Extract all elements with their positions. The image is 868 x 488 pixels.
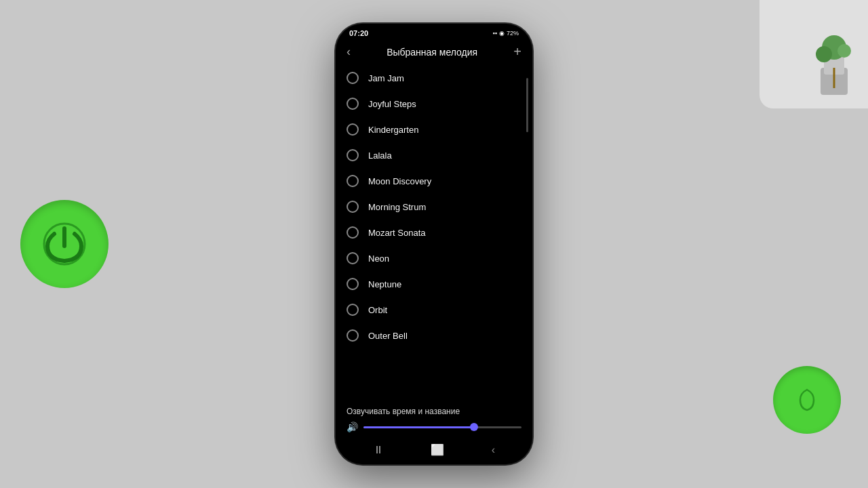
radio-circle (347, 252, 359, 264)
nav-pause-button[interactable]: ⏸ (373, 444, 384, 456)
radio-circle (347, 329, 359, 342)
ringtone-item[interactable]: Neon (336, 245, 532, 271)
screen-title: Выбранная мелодия (387, 47, 477, 58)
ringtone-name: Joyful Steps (368, 99, 416, 109)
nav-home-button[interactable]: ⬜ (431, 443, 444, 456)
status-icons: ▪▪ ◉ 72% (493, 30, 519, 37)
ringtone-item[interactable]: Jam Jam (336, 65, 532, 91)
ringtone-name: Moon Discovery (368, 176, 431, 186)
top-bar: ‹ Выбранная мелодия + (336, 40, 532, 65)
navigation-bar: ⏸ ⬜ ‹ (336, 438, 532, 464)
ringtone-item[interactable]: Joyful Steps (336, 91, 532, 117)
ringtone-item[interactable]: Orbit (336, 297, 532, 323)
radio-circle (347, 304, 359, 316)
ringtone-name: Kindergarten (368, 125, 418, 135)
svg-point-5 (816, 46, 832, 62)
ringtone-name: Lalala (368, 150, 392, 161)
back-button[interactable]: ‹ (347, 45, 351, 59)
volume-row: 🔊 (347, 422, 521, 432)
radio-circle (347, 226, 359, 239)
add-button[interactable]: + (513, 44, 521, 60)
bottom-section: Озвучивать время и название 🔊 (336, 400, 532, 438)
signal-icon: ▪▪ (493, 30, 497, 37)
phone-screen: 07:20 ▪▪ ◉ 72% ‹ Выбранная мелодия + Jam… (336, 24, 532, 464)
volume-fill (363, 426, 474, 428)
radio-circle (347, 149, 359, 161)
ringtone-item[interactable]: Mozart Sonata (336, 220, 532, 245)
announce-label: Озвучивать время и название (347, 407, 521, 416)
radio-circle (347, 201, 359, 213)
ringtone-name: Neon (368, 253, 389, 264)
wifi-icon: ◉ (499, 30, 505, 37)
radio-circle (347, 98, 359, 110)
phone-frame: 07:20 ▪▪ ◉ 72% ‹ Выбранная мелодия + Jam… (336, 24, 532, 464)
ringtone-name: Outer Bell (368, 331, 408, 341)
ringtone-item[interactable]: Kindergarten (336, 117, 532, 142)
ringtone-list[interactable]: Jam JamJoyful StepsKindergartenLalalaMoo… (336, 65, 532, 400)
radio-circle (347, 175, 359, 187)
ringtone-item[interactable]: Lalala (336, 142, 532, 168)
radio-circle (347, 123, 359, 136)
ringtone-item[interactable]: Morning Strum (336, 194, 532, 220)
plant-decoration (760, 0, 868, 108)
volume-icon: 🔊 (347, 422, 358, 432)
nav-back-button[interactable]: ‹ (492, 444, 495, 456)
ringtone-name: Jam Jam (368, 73, 404, 83)
status-bar: 07:20 ▪▪ ◉ 72% (336, 24, 532, 40)
ringtone-item[interactable]: Moon Discovery (336, 168, 532, 194)
scroll-indicator (526, 78, 528, 132)
ringtone-item[interactable]: Neptune (336, 271, 532, 297)
battery-text: 72% (507, 30, 519, 37)
ringtone-name: Mozart Sonata (368, 228, 426, 238)
ringtone-item[interactable]: Outer Bell (336, 323, 532, 348)
power-button-right (773, 366, 841, 434)
power-button-left (20, 200, 108, 288)
volume-thumb (470, 423, 478, 431)
status-time: 07:20 (349, 29, 368, 37)
radio-circle (347, 278, 359, 290)
radio-circle (347, 72, 359, 84)
ringtone-name: Orbit (368, 305, 387, 315)
ringtone-name: Morning Strum (368, 202, 426, 212)
svg-point-6 (837, 44, 851, 58)
volume-track[interactable] (363, 426, 521, 428)
ringtone-name: Neptune (368, 279, 401, 289)
